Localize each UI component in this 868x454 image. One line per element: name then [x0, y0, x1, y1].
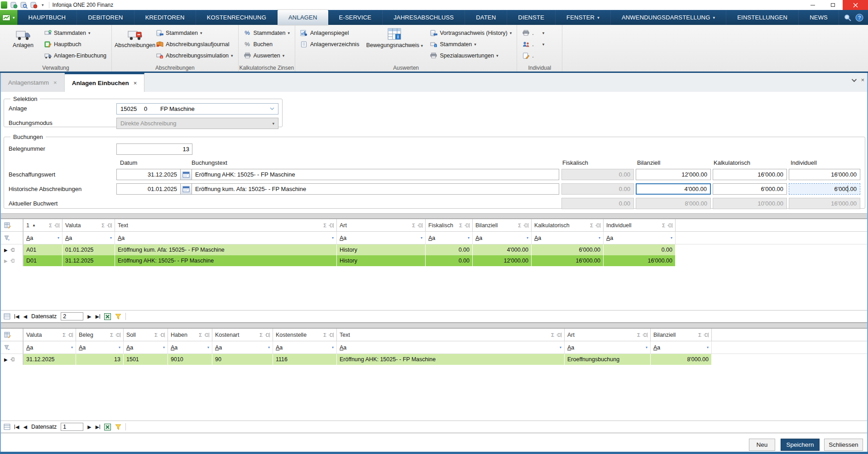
filter-dropdown-icon[interactable]: ▾ — [560, 345, 561, 349]
menu-tab-e-service[interactable]: E-SERVICE — [328, 10, 383, 25]
chevron-down-icon[interactable] — [852, 76, 857, 81]
filter-cell[interactable]: Aa▾ — [337, 232, 426, 244]
beschaffungswert-bilanziell-field[interactable]: 12'000.00 — [636, 169, 711, 180]
menu-tab-dienste[interactable]: DIENSTE — [507, 10, 556, 25]
pin-icon[interactable] — [10, 248, 15, 252]
column-header-bilanziell[interactable]: Bilanziell Σ — [651, 329, 712, 341]
record-number-input[interactable] — [61, 312, 83, 320]
menu-tab-hauptbuch[interactable]: HAUPTBUCH — [18, 10, 77, 25]
form-view-icon[interactable] — [4, 313, 10, 320]
menu-tab-anlagen[interactable]: ANLAGEN — [278, 10, 328, 25]
column-header-beleg[interactable]: Beleg Σ — [76, 329, 124, 341]
column-header-art[interactable]: Art Σ — [565, 329, 651, 341]
filter-cell[interactable]: Aa▾ — [24, 232, 62, 244]
column-header-bilanziell[interactable]: Bilanziell Σ — [473, 219, 532, 231]
splitter-bar[interactable] — [1, 323, 867, 328]
filter-cell[interactable]: Aa▾ — [473, 232, 532, 244]
anlagenspiegel-button[interactable]: Anlagenspiegel — [299, 28, 360, 38]
filter-dropdown-icon[interactable]: ▾ — [527, 236, 528, 240]
filter-dropdown-icon[interactable]: ▾ — [646, 345, 647, 349]
individual-note-button[interactable]: . — [521, 51, 546, 60]
menu-tab-fenster[interactable]: FENSTER▾ — [556, 10, 611, 25]
filter-cell[interactable]: Aa▾ — [24, 341, 76, 354]
stammdaten-menu-button[interactable]: Stammdaten ▾ — [43, 28, 108, 38]
filter-dropdown-icon[interactable]: ▾ — [58, 236, 59, 240]
calendar-button[interactable] — [180, 169, 192, 180]
anlagenverzeichnis-button[interactable]: Anlagenverzeichnis — [299, 39, 360, 49]
filter-cell[interactable]: Aa▾ — [337, 341, 565, 354]
hist-abschreibungen-text-field[interactable]: Eröffnung kum. Afa: 15025- - FP Maschine — [192, 183, 559, 195]
maximize-button[interactable] — [823, 0, 843, 10]
export-database-icon[interactable] — [10, 1, 18, 9]
filter-funnel-yellow-icon[interactable] — [115, 424, 121, 430]
neu-button[interactable]: Neu — [749, 439, 775, 451]
nav-last-button[interactable]: ▶ — [96, 424, 100, 430]
column-header-sort[interactable]: 1▲ Σ — [24, 219, 62, 231]
row-expand-icon[interactable]: ▶ — [4, 248, 8, 253]
speichern-button[interactable]: Speichern — [781, 439, 820, 451]
individual-users-button[interactable]: . ▾ — [521, 39, 546, 49]
filter-dropdown-icon[interactable]: ▾ — [110, 236, 112, 240]
tab-close-icon[interactable]: × — [53, 79, 57, 86]
filter-dropdown-icon[interactable]: ▾ — [332, 345, 334, 349]
hist-abschreibungen-kalkulatorisch-field[interactable]: 6'000.00 — [713, 183, 787, 195]
hist-abschreibungen-bilanziell-field[interactable]: 4'000.00 — [636, 183, 711, 195]
excel-export-icon[interactable] — [104, 313, 111, 320]
row-expand-icon[interactable]: ▶ — [4, 357, 8, 362]
menu-tab-kreditoren[interactable]: KREDITOREN — [134, 10, 196, 25]
excel-export-icon[interactable] — [104, 424, 111, 430]
filter-cell[interactable]: Aa▾ — [212, 341, 273, 354]
nav-next-button[interactable]: ▶ — [87, 314, 91, 320]
help-icon[interactable]: ? — [855, 14, 863, 22]
filter-cell[interactable]: Aa▾ — [62, 232, 115, 244]
filter-row-icon-cell[interactable] — [1, 341, 24, 354]
row-expand-icon[interactable]: ▶ — [4, 258, 8, 263]
buchen-button[interactable]: % Buchen — [242, 39, 291, 49]
filter-cell[interactable]: Aa▾ — [532, 232, 604, 244]
filter-cell[interactable]: Aa▾ — [426, 232, 473, 244]
stammdaten-menu-button[interactable]: i Stammdaten ▾ — [428, 39, 513, 49]
menu-tab-news[interactable]: NEWS — [799, 10, 839, 25]
pdf-database-icon[interactable] — [30, 1, 38, 9]
table-row[interactable]: ▶ 31.12.2025 13 1501 9010 90 1116 Eröffn… — [1, 354, 867, 365]
filter-row-icon-cell[interactable] — [1, 232, 24, 244]
auswerten-menu-button[interactable]: Auswerten ▾ — [242, 51, 291, 60]
menu-tab-debitoren[interactable]: DEBITOREN — [77, 10, 134, 25]
filter-dropdown-icon[interactable]: ▾ — [119, 345, 120, 349]
quick-access-dropdown-icon[interactable]: ▾ — [42, 3, 44, 7]
column-header-valuta[interactable]: Valuta Σ — [24, 329, 76, 341]
column-header-haben[interactable]: Haben Σ — [168, 329, 212, 341]
abschreibungslaufjournal-button[interactable]: Abschreibungslaufjournal — [154, 39, 235, 49]
column-header-soll[interactable]: Soll Σ — [124, 329, 168, 341]
abschreibungssimulation-button[interactable]: Abschreibungssimulation ▾ — [154, 51, 235, 60]
filter-dropdown-icon[interactable]: ▾ — [332, 236, 334, 240]
filter-funnel-yellow-icon[interactable] — [115, 314, 121, 320]
abschreibungen-button[interactable]: Abschreibungen — [115, 26, 154, 64]
close-button[interactable] — [843, 0, 868, 10]
belegnummer-input[interactable] — [116, 143, 192, 155]
menu-tab-einstellungen[interactable]: EINSTELLUNGEN — [726, 10, 799, 25]
filter-dropdown-icon[interactable]: ▾ — [207, 345, 209, 349]
search-database-icon[interactable] — [20, 1, 28, 9]
nav-prev-button[interactable]: ◀ — [23, 314, 27, 320]
column-header-art[interactable]: Art Σ — [337, 219, 426, 231]
grid-corner-cell[interactable] — [1, 219, 24, 231]
filter-dropdown-icon[interactable]: ▾ — [671, 236, 672, 240]
spezialauswertungen-button[interactable]: Spezialauswertungen ▾ — [428, 51, 513, 60]
stammdaten-menu-button[interactable]: % Stammdaten ▾ — [242, 28, 291, 38]
doc-tab-anlagenstamm[interactable]: Anlagenstamm × — [1, 73, 65, 92]
anlagen-button[interactable]: Anlagen — [4, 26, 43, 64]
minimize-button[interactable] — [803, 0, 823, 10]
nav-last-button[interactable]: ▶ — [96, 314, 100, 320]
filter-dropdown-icon[interactable]: ▾ — [421, 236, 422, 240]
column-header-individuell[interactable]: Individuell Σ — [604, 219, 676, 231]
table-row[interactable]: ▶ A01 01.01.2025 Eröffnung kum. Afa: 150… — [1, 244, 867, 255]
close-document-icon[interactable]: × — [861, 76, 864, 83]
nav-prev-button[interactable]: ◀ — [23, 424, 27, 430]
hist-abschreibungen-individuell-field[interactable]: 6'000.00 — [789, 183, 860, 195]
doc-tab-anlagen-einbuchen[interactable]: Anlagen Einbuchen × — [65, 73, 145, 92]
filter-cell[interactable]: Aa▾ — [273, 341, 337, 354]
application-menu-button[interactable]: ▾ — [0, 10, 18, 25]
nav-next-button[interactable]: ▶ — [87, 424, 91, 430]
column-header-text[interactable]: Text Σ — [115, 219, 337, 231]
